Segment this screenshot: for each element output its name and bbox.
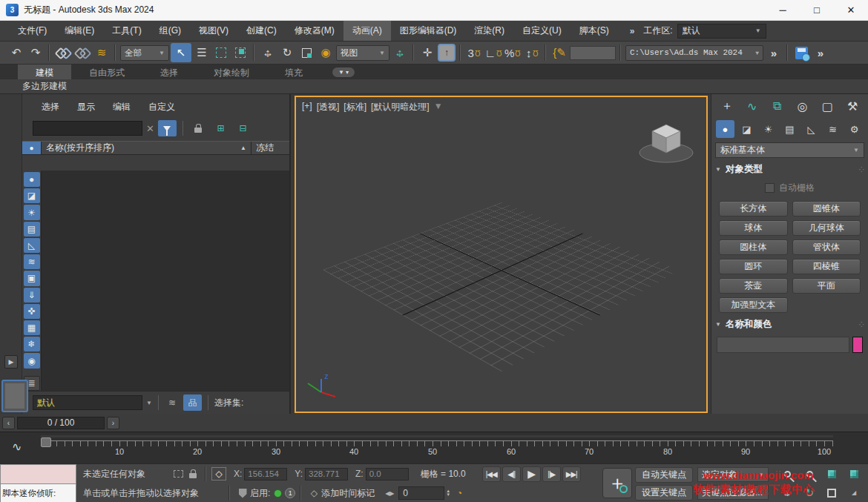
filter-containers-icon[interactable]: ▦ (24, 320, 40, 335)
use-pivot-center-icon[interactable] (391, 44, 409, 62)
mini-curve-editor-icon[interactable]: ∿ (12, 440, 22, 454)
key-mode-toggle-icon[interactable]: ◀▶ (382, 486, 397, 501)
ribbon-tab-freeform[interactable]: 自由形式 (71, 65, 142, 79)
select-and-scale-icon[interactable] (297, 44, 315, 62)
autogrid-checkbox[interactable] (765, 183, 775, 193)
menu-create[interactable]: 创建(C) (237, 21, 286, 41)
ribbon-tab-object-paint[interactable]: 对象绘制 (196, 65, 267, 79)
subtab-helpers[interactable]: ◺ (802, 120, 821, 138)
menu-tools[interactable]: 工具(T) (103, 21, 150, 41)
menu-modifiers[interactable]: 修改器(M) (286, 21, 343, 41)
save-file-icon[interactable] (792, 44, 810, 62)
link-icon[interactable] (54, 44, 72, 62)
collapse-tree-icon[interactable]: ⊟ (234, 120, 252, 136)
undo-icon[interactable]: ↶ (7, 44, 25, 62)
menu-views[interactable]: 视图(V) (190, 21, 237, 41)
info-icon[interactable]: 1 (285, 488, 295, 498)
zoom-extents-all-icon[interactable] (846, 467, 861, 482)
add-time-tag[interactable]: 添加时间标记 (321, 487, 375, 500)
menu-animation[interactable]: 动画(A) (343, 21, 391, 41)
row-marker-icon[interactable]: ● (22, 142, 42, 154)
box-button[interactable]: 长方体 (719, 201, 788, 217)
tab-hierarchy[interactable]: ⧉ (766, 96, 789, 116)
tab-display[interactable]: ▢ (816, 96, 838, 116)
absolute-mode-icon[interactable]: ◇ (211, 467, 226, 480)
listener-label[interactable]: 脚本迷你侦听: (0, 484, 76, 502)
maximize-button[interactable]: □ (800, 0, 834, 20)
tab-utilities[interactable]: ⚒ (841, 96, 864, 116)
layers-icon[interactable]: ≋ (165, 395, 180, 410)
textplus-button[interactable]: 加强型文本 (719, 297, 788, 313)
timeline-ruler[interactable]: ∿ 10 20 30 40 50 60 70 80 90 100 (0, 432, 868, 463)
nav-overflow-icon[interactable]: ◢ (846, 486, 861, 501)
filter-cameras-icon[interactable]: ▤ (24, 222, 40, 237)
filter-helpers-icon[interactable]: ◺ (24, 238, 40, 253)
viewport-filter-icon[interactable]: ▼ (434, 101, 443, 113)
filter-frozen-icon[interactable]: ❄ (24, 337, 40, 351)
edit-named-selection-sets-icon[interactable]: {✎ (550, 44, 568, 62)
select-and-manipulate-icon[interactable]: ✛ (418, 44, 436, 62)
filter-geometry-icon[interactable]: ● (24, 172, 40, 187)
current-frame-field[interactable]: 0 (398, 486, 444, 500)
cone-button[interactable]: 圆锥体 (792, 201, 861, 217)
object-type-rollout[interactable]: ▼ 对象类型 ⁘ (715, 163, 864, 176)
go-to-end-button[interactable]: ▶▶| (562, 466, 581, 482)
listener-macro-row[interactable] (0, 464, 76, 484)
filter-lights-icon[interactable]: ☀ (24, 205, 40, 219)
previous-frame-button[interactable]: ◀|| (502, 466, 521, 482)
subtab-systems[interactable]: ⚙ (845, 120, 864, 138)
ribbon-panel-polygon-modeling[interactable]: 多边形建模 (22, 80, 67, 93)
se-menu-edit[interactable]: 编辑 (113, 101, 131, 113)
select-by-name-icon[interactable]: ☰ (193, 44, 211, 62)
zoom-extents-icon[interactable] (824, 467, 839, 482)
teapot-button[interactable]: 茶壶 (719, 278, 788, 294)
plane-button[interactable]: 平面 (792, 278, 861, 294)
object-name-field[interactable] (717, 337, 849, 353)
chevron-down-icon[interactable]: ▼ (146, 400, 152, 406)
select-and-rotate-icon[interactable]: ↻ (278, 44, 296, 62)
name-column-header[interactable]: 名称(按升序排序) ▲ (42, 142, 251, 154)
torus-button[interactable]: 圆环 (719, 259, 788, 274)
search-input[interactable] (33, 121, 142, 136)
object-color-swatch[interactable] (852, 337, 863, 353)
time-slider-handle[interactable] (41, 437, 51, 447)
viewport-layout-button[interactable] (1, 380, 28, 412)
selection-filter-select[interactable]: 全部▼ (120, 45, 169, 61)
play-button[interactable]: ▶ (522, 466, 541, 482)
cylinder-button[interactable]: 圆柱体 (719, 240, 788, 255)
next-frame-button[interactable]: ||▶ (542, 466, 561, 482)
z-coordinate-field[interactable]: 0.0 (366, 468, 409, 480)
maxscript-mini-listener[interactable]: 脚本迷你侦听: (0, 464, 76, 502)
tab-modify[interactable]: ∿ (741, 96, 763, 116)
se-menu-customize[interactable]: 自定义 (148, 101, 175, 113)
workspace-select[interactable]: 默认▼ (677, 24, 766, 39)
viewport-general-menu[interactable]: [+] (302, 101, 312, 113)
menu-rendering[interactable]: 渲染(R) (465, 21, 513, 41)
angle-snap-icon[interactable]: ∟Ω (484, 44, 502, 62)
time-configuration-icon[interactable]: ◔ (452, 486, 467, 501)
ribbon-minimize-button[interactable]: ▼ ▾ (332, 67, 355, 77)
frame-spinner[interactable]: ▲▼ (446, 489, 450, 497)
menu-group[interactable]: 组(G) (151, 21, 190, 41)
named-selection-set-field[interactable] (570, 46, 616, 60)
select-and-move-icon[interactable] (259, 44, 277, 62)
menu-graph-editors[interactable]: 图形编辑器(D) (391, 21, 466, 41)
filter-spacewarps-icon[interactable]: ≋ (24, 254, 40, 269)
primitive-category-select[interactable]: 标准基本体▼ (715, 142, 864, 158)
selection-lock-icon[interactable] (185, 466, 200, 481)
sphere-button[interactable]: 球体 (719, 220, 788, 236)
perspective-viewport[interactable]: [+] [透视] [标准] [默认明暗处理] ▼ z (295, 96, 708, 413)
menu-scripting[interactable]: 脚本(S) (571, 21, 618, 41)
maximize-viewport-icon[interactable] (824, 486, 839, 501)
expand-arrow-button[interactable]: ▶ (4, 355, 18, 369)
viewport-pov-menu[interactable]: [透视] (317, 101, 340, 113)
auto-key-button[interactable]: 自动关键点 (635, 467, 693, 483)
subtab-lights[interactable]: ☀ (759, 120, 777, 138)
next-frame-arrow[interactable]: › (107, 417, 119, 429)
tab-create[interactable]: ＋ (716, 96, 738, 116)
x-coordinate-field[interactable]: 156.154 (244, 468, 287, 480)
project-folder-select[interactable]: C:\Users\Ad…ds Max 2024▼ (625, 45, 763, 61)
set-key-button[interactable]: 设置关键点 (635, 485, 693, 501)
bind-to-spacewarp-icon[interactable]: ≋ (93, 44, 111, 62)
clear-search-icon[interactable]: ✕ (146, 123, 154, 134)
